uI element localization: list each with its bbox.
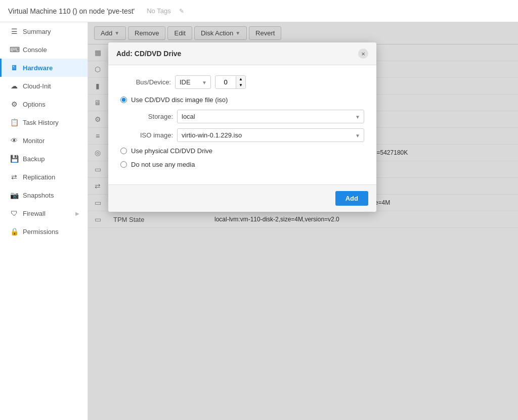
device-spinners: ▲ ▼ xyxy=(236,76,245,88)
close-icon: × xyxy=(361,50,365,58)
cloud-init-icon: ☁ xyxy=(10,82,19,90)
summary-icon: ☰ xyxy=(10,27,19,35)
modal-add-button[interactable]: Add xyxy=(335,191,368,206)
firewall-arrow-icon: ▶ xyxy=(75,211,79,216)
sidebar-label-task-history: Task History xyxy=(23,119,79,126)
modal-close-button[interactable]: × xyxy=(358,49,368,59)
backup-icon: 💾 xyxy=(10,155,19,163)
use-physical-radio-row: Use physical CD/DVD Drive xyxy=(120,147,364,155)
monitor-icon: 👁 xyxy=(10,136,19,145)
sidebar-item-cloud-init[interactable]: ☁ Cloud-Init xyxy=(0,77,88,95)
sidebar-label-firewall: Firewall xyxy=(23,210,71,217)
main-area: ☰ Summary ⌨ Console 🖥 Hardware ☁ Cloud-I… xyxy=(0,22,518,420)
top-bar: Virtual Machine 110 () on node 'pve-test… xyxy=(0,0,518,22)
modal-header: Add: CD/DVD Drive × xyxy=(108,42,376,65)
sidebar-label-console: Console xyxy=(23,46,79,54)
sidebar-item-permissions[interactable]: 🔒 Permissions xyxy=(0,222,88,241)
no-media-radio[interactable] xyxy=(120,161,127,168)
sidebar-label-permissions: Permissions xyxy=(23,228,79,236)
tag-edit-icon[interactable]: ✎ xyxy=(179,8,184,15)
app-container: Virtual Machine 110 () on node 'pve-test… xyxy=(0,0,518,420)
bus-select[interactable]: IDE SATA VirtIO xyxy=(175,75,211,89)
sidebar-label-backup: Backup xyxy=(23,155,79,163)
modal-add-label: Add xyxy=(346,195,358,202)
options-icon: ⚙ xyxy=(10,100,19,108)
modal-body: Bus/Device: IDE SATA VirtIO ▼ xyxy=(108,65,376,184)
snapshots-icon: 📷 xyxy=(10,191,19,199)
sidebar-item-hardware[interactable]: 🖥 Hardware xyxy=(0,59,88,77)
bus-select-wrap: IDE SATA VirtIO ▼ xyxy=(175,75,211,89)
iso-sub-form: Storage: local ▼ ISO image: xyxy=(120,110,364,142)
no-media-label[interactable]: Do not use any media xyxy=(131,161,195,168)
firewall-icon: 🛡 xyxy=(10,209,19,217)
iso-image-select[interactable]: virtio-win-0.1.229.iso xyxy=(177,128,364,142)
tags-label: No Tags xyxy=(147,7,170,15)
sidebar: ☰ Summary ⌨ Console 🖥 Hardware ☁ Cloud-I… xyxy=(0,22,88,420)
iso-select-wrap: virtio-win-0.1.229.iso ▼ xyxy=(177,128,364,142)
no-media-radio-row: Do not use any media xyxy=(120,161,364,168)
console-icon: ⌨ xyxy=(10,45,19,54)
task-history-icon: 📋 xyxy=(10,118,19,126)
permissions-icon: 🔒 xyxy=(10,227,19,236)
content-area: Add ▼ Remove Edit Disk Action ▼ Revert xyxy=(88,22,518,420)
storage-row: Storage: local ▼ xyxy=(133,110,364,123)
sidebar-label-options: Options xyxy=(23,101,79,108)
sidebar-item-task-history[interactable]: 📋 Task History xyxy=(0,113,88,131)
use-iso-radio[interactable] xyxy=(120,97,127,103)
storage-label: Storage: xyxy=(133,113,173,120)
device-increment-button[interactable]: ▲ xyxy=(236,76,245,82)
bus-device-label: Bus/Device: xyxy=(120,78,171,86)
sidebar-label-summary: Summary xyxy=(23,28,79,35)
hardware-icon: 🖥 xyxy=(10,64,19,72)
vm-title: Virtual Machine 110 () on node 'pve-test… xyxy=(8,7,135,15)
device-number-input[interactable] xyxy=(215,76,236,88)
sidebar-label-replication: Replication xyxy=(23,173,79,181)
iso-image-row: ISO image: virtio-win-0.1.229.iso ▼ xyxy=(133,128,364,142)
sidebar-item-backup[interactable]: 💾 Backup xyxy=(0,150,88,168)
storage-select[interactable]: local xyxy=(177,110,364,123)
use-physical-radio[interactable] xyxy=(120,148,127,154)
iso-image-label: ISO image: xyxy=(133,131,173,139)
use-iso-radio-row: Use CD/DVD disc image file (iso) xyxy=(120,96,364,104)
sidebar-item-monitor[interactable]: 👁 Monitor xyxy=(0,131,88,150)
replication-icon: ⇄ xyxy=(10,173,19,181)
add-cddvd-modal: Add: CD/DVD Drive × Bus/Device: xyxy=(108,42,376,212)
modal-title: Add: CD/DVD Drive xyxy=(116,50,181,58)
sidebar-label-cloud-init: Cloud-Init xyxy=(23,82,79,90)
device-decrement-button[interactable]: ▼ xyxy=(236,82,245,88)
sidebar-label-hardware: Hardware xyxy=(23,64,79,72)
sidebar-item-firewall[interactable]: 🛡 Firewall ▶ xyxy=(0,204,88,222)
bus-device-row: Bus/Device: IDE SATA VirtIO ▼ xyxy=(120,75,364,89)
sidebar-item-options[interactable]: ⚙ Options xyxy=(0,95,88,113)
device-number-wrap: ▲ ▼ xyxy=(215,75,246,89)
sidebar-item-snapshots[interactable]: 📷 Snapshots xyxy=(0,186,88,204)
sidebar-label-monitor: Monitor xyxy=(23,137,79,145)
sidebar-item-console[interactable]: ⌨ Console xyxy=(0,40,88,59)
sidebar-label-snapshots: Snapshots xyxy=(23,192,79,199)
use-physical-label[interactable]: Use physical CD/DVD Drive xyxy=(131,147,212,155)
sidebar-item-summary[interactable]: ☰ Summary xyxy=(0,22,88,40)
storage-select-wrap: local ▼ xyxy=(177,110,364,123)
bus-device-controls: IDE SATA VirtIO ▼ ▲ xyxy=(175,75,246,89)
use-iso-label[interactable]: Use CD/DVD disc image file (iso) xyxy=(131,96,228,104)
modal-footer: Add xyxy=(108,184,376,212)
modal-overlay: Add: CD/DVD Drive × Bus/Device: xyxy=(88,22,518,420)
sidebar-item-replication[interactable]: ⇄ Replication xyxy=(0,168,88,186)
